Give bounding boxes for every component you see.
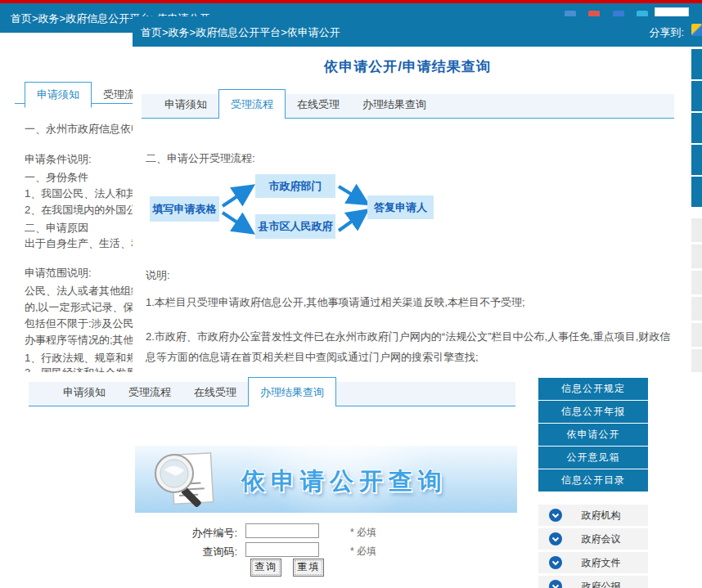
reset-button[interactable]: 重填 — [293, 559, 324, 577]
tab-zaixianshouli[interactable]: 在线受理 — [286, 92, 351, 118]
docnumber-input[interactable] — [245, 523, 319, 538]
flow-node-county-gov: 县市区人民政府 — [255, 214, 335, 239]
field-label-querycode: 查询码: — [131, 545, 237, 559]
querycode-input[interactable] — [245, 542, 319, 557]
base-text-line: 1、我国公民、法人和其他 — [25, 186, 147, 201]
tab-shoulliucheng[interactable]: 受理流程 — [117, 379, 182, 406]
sidebar-fragment — [691, 113, 702, 143]
sidebar-fragment — [691, 218, 702, 242]
overlay-breadcrumb-bar: 首页>政务>政府信息公开平台>依申请公开 分享到: — [133, 16, 702, 47]
base-text-line: 申请范围说明: — [25, 266, 92, 281]
note-line-2: 2.市政府、市政府办公室普发性文件已在永州市政府门户网内的“法规公文”栏目中公布… — [146, 326, 679, 367]
share-icon[interactable] — [691, 24, 702, 36]
flow-node-start: 填写申请表格 — [150, 196, 219, 222]
base-text-line: 的,以一定形式记录、保存 — [25, 300, 145, 315]
sidebar-fragment — [691, 49, 702, 79]
base-text-line: 二、申请原因 — [25, 221, 88, 236]
sidebar-fragment — [691, 145, 702, 175]
query-panel: 申请须知 受理流程 在线受理 办理结果查询 依申请公开查询 办件编号: — [0, 372, 702, 588]
note-line-1: 1.本栏目只受理申请政府信息公开,其他事项请通过相关渠道反映,本栏目不予受理; — [146, 295, 686, 310]
accordion-label: 政府文件 — [562, 556, 648, 570]
tab-banlijieguochaxun[interactable]: 办理结果查询 — [351, 92, 438, 118]
chevron-down-icon — [549, 532, 562, 545]
query-banner: 依申请公开查询 — [135, 446, 517, 513]
required-hint: * 必填 — [350, 545, 376, 559]
tab-shoulliucheng[interactable]: 受理流程 — [218, 89, 286, 119]
sidebar-accordion: 政府机构 政府会议 政府文件 政府公报 — [538, 505, 648, 588]
query-button[interactable]: 查询 — [250, 559, 281, 577]
page-title: 依申请公开/申请结果查询 — [133, 57, 682, 76]
sidebar-fragment — [691, 81, 702, 111]
sidebar-item-gongkainianbao[interactable]: 信息公开年报 — [538, 401, 648, 423]
required-hint: * 必填 — [350, 526, 376, 540]
magnifier-document-icon — [148, 449, 220, 511]
accordion-label: 政府会议 — [562, 532, 648, 546]
tab-zaixianshouli[interactable]: 在线受理 — [182, 379, 248, 406]
field-label-docnumber: 办件编号: — [131, 526, 237, 541]
overlay-tab-bar: 申请须知 受理流程 在线受理 办理结果查询 — [142, 94, 674, 119]
share-to-label: 分享到: — [649, 25, 684, 40]
base-text-line: 一、身份条件 — [25, 170, 88, 185]
sidebar-item-gongkaiguiding[interactable]: 信息公开规定 — [538, 378, 648, 400]
sidebar-item-gongkaimulu[interactable]: 信息公开目录 — [538, 469, 648, 491]
accordion-label: 政府公报 — [562, 580, 648, 588]
flow-node-reply: 答复申请人 — [367, 195, 434, 219]
accordion-row-zhengfuwenjian[interactable]: 政府文件 — [538, 552, 648, 573]
chevron-down-icon — [549, 509, 562, 522]
chevron-down-icon — [549, 556, 562, 569]
flow-overlay-panel: 首页>政务>政府信息公开平台>依申请公开 分享到: 依申请公开/申请结果查询 申… — [133, 16, 702, 372]
base-text-line: 申请条件说明: — [25, 152, 92, 167]
sidebar-fragment — [691, 177, 702, 207]
base-text-line: 2、在我国境内的外国公民 — [25, 203, 147, 218]
notes-title: 说明: — [146, 268, 170, 283]
base-text-line: 包括但不限于:涉及公民、 — [25, 316, 145, 331]
accordion-row-zhengfujigou[interactable]: 政府机构 — [538, 505, 648, 526]
sidebar-fragment — [691, 323, 702, 347]
sidebar-item-yijianxiang[interactable]: 公开意见箱 — [538, 447, 648, 469]
accordion-row-zhengfuhuiyi[interactable]: 政府会议 — [538, 528, 648, 550]
tab-shenqingxuzhi[interactable]: 申请须知 — [52, 379, 117, 406]
page: 首页>政务>政府信息公开平台>依申请公开 申请须知 受理流程 一、永州市政府信息… — [0, 0, 702, 588]
form-buttons: 查询 重填 — [250, 559, 332, 577]
sidebar-menu: 信息公开规定 信息公开年报 依申请公开 公开意见箱 信息公开目录 — [538, 378, 648, 492]
tab-banlijieguochaxun[interactable]: 办理结果查询 — [248, 377, 336, 406]
sidebar-fragment — [691, 271, 702, 294]
banner-title: 依申请公开查询 — [241, 465, 448, 498]
accordion-label: 政府机构 — [562, 509, 648, 523]
bottom-tab-bar: 申请须知 受理流程 在线受理 办理结果查询 — [29, 382, 515, 406]
accordion-row-zhengfugongbao[interactable]: 政府公报 — [538, 576, 648, 588]
sidebar-fragment — [691, 349, 702, 372]
base-text-line: 办事程序等情况的;其他 — [25, 333, 134, 348]
tab-shenqingxuzhi[interactable]: 申请须知 — [153, 92, 218, 118]
breadcrumb[interactable]: 首页>政务>政府信息公开平台>依申请公开 — [141, 25, 340, 40]
base-text-line: 1、行政法规、规章和规范 — [25, 351, 147, 366]
sidebar-fragment — [691, 245, 702, 268]
tab-shenqingxuzhi[interactable]: 申请须知 — [25, 82, 92, 108]
sidebar-item-yishenqinggongkai[interactable]: 依申请公开 — [538, 424, 648, 446]
sidebar-fragment — [691, 297, 702, 321]
chevron-down-icon — [549, 580, 562, 588]
flow-node-city-dept: 市政府部门 — [255, 174, 335, 198]
